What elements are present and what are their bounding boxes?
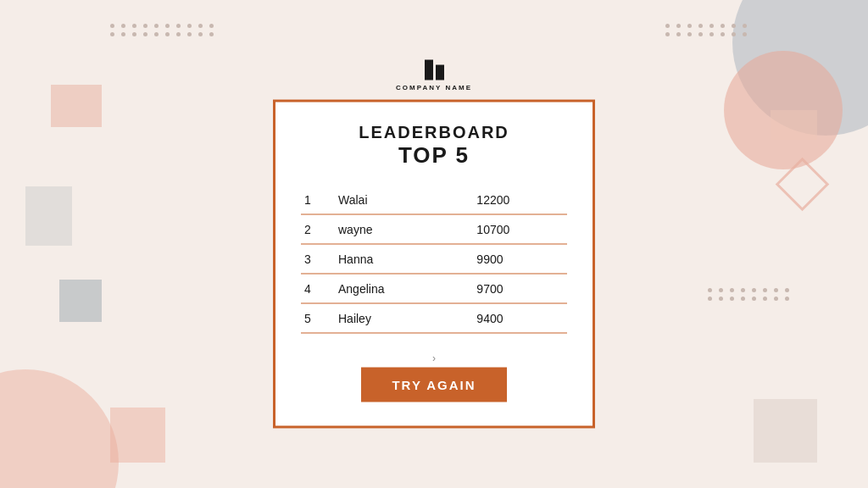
- rank-cell: 3: [301, 244, 326, 274]
- table-row: 4 Angelina 9700: [301, 274, 567, 303]
- rank-cell: 2: [301, 214, 326, 244]
- logo-icon: [425, 60, 444, 80]
- chevron-indicator: ›: [301, 349, 567, 368]
- table-row: 5 Hailey 9400: [301, 303, 567, 333]
- rect-bottom-right: [754, 399, 817, 463]
- name-cell: Hanna: [326, 244, 426, 274]
- rect-gray-lower-left: [59, 280, 102, 322]
- rank-cell: 1: [301, 186, 326, 215]
- name-cell: Walai: [326, 186, 426, 215]
- circle-pink-bottom-left: [0, 369, 119, 488]
- rect-gray-mid-left: [25, 186, 72, 246]
- company-logo: COMPANY NAME: [396, 60, 472, 92]
- rect-pink-top-left: [51, 85, 102, 127]
- score-cell: 12200: [426, 186, 567, 215]
- rect-outline-right: [776, 158, 830, 212]
- score-cell: 9400: [426, 303, 567, 333]
- main-container: COMPANY NAME LEADERBOARD TOP 5 1 Walai 1…: [273, 60, 595, 429]
- score-cell: 9700: [426, 274, 567, 303]
- leaderboard-card: LEADERBOARD TOP 5 1 Walai 12200 2 wayne …: [273, 100, 595, 429]
- company-name: COMPANY NAME: [396, 84, 472, 92]
- logo-bar-right: [436, 65, 444, 80]
- logo-bar-left: [425, 60, 433, 80]
- table-row: 3 Hanna 9900: [301, 244, 567, 274]
- dots-top-left: [110, 24, 216, 36]
- score-cell: 9900: [426, 244, 567, 274]
- rank-cell: 5: [301, 303, 326, 333]
- name-cell: wayne: [326, 214, 426, 244]
- card-title-line1: LEADERBOARD: [301, 123, 567, 142]
- dots-top-right: [665, 24, 749, 36]
- rect-pink-lower-left: [110, 408, 165, 463]
- card-title: LEADERBOARD TOP 5: [301, 123, 567, 169]
- leaderboard-table: 1 Walai 12200 2 wayne 10700 3 Hanna 9900…: [301, 186, 567, 334]
- table-row: 2 wayne 10700: [301, 214, 567, 244]
- score-cell: 10700: [426, 214, 567, 244]
- name-cell: Angelina: [326, 274, 426, 303]
- card-title-line2: TOP 5: [301, 142, 567, 169]
- name-cell: Hailey: [326, 303, 426, 333]
- dots-right: [708, 288, 792, 301]
- rect-pink-right: [771, 110, 817, 140]
- circle-pink-top-right: [724, 51, 843, 169]
- try-again-button[interactable]: TRY AGAIN: [361, 368, 506, 402]
- table-row: 1 Walai 12200: [301, 186, 567, 215]
- rank-cell: 4: [301, 274, 326, 303]
- circle-gray-top-right: [732, 0, 868, 136]
